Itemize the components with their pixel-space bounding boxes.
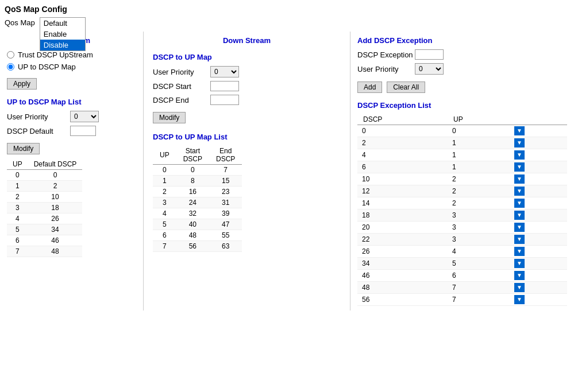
table-row: 61▼ [357, 161, 567, 173]
dscp-exception-list-table: DSCP UP 00▼21▼41▼61▼102▼122▼142▼183▼203▼… [357, 114, 567, 306]
dscp-col-header: DSCP [357, 114, 448, 125]
table-row: 426 [7, 214, 82, 224]
table-row: 318 [7, 203, 82, 214]
exception-dropdown-button[interactable]: ▼ [514, 235, 525, 244]
table-row: 122▼ [357, 185, 567, 197]
middle-panel: Down Stream DSCP to UP Map User Priority… [144, 32, 350, 311]
exception-dropdown-button[interactable]: ▼ [514, 138, 525, 148]
table-row: 102▼ [357, 173, 567, 185]
user-priority-label: User Priority [7, 112, 70, 121]
exception-dropdown-button[interactable]: ▼ [514, 223, 525, 232]
table-row: 007 [153, 165, 242, 176]
up-to-dscp-radio[interactable] [7, 63, 14, 71]
table-row: 142▼ [357, 197, 567, 209]
up-to-dscp-section: UP to DSCP Map List User Priority 0123 4… [7, 98, 136, 257]
table-row: 75663 [153, 241, 242, 252]
dscp-to-up-map-list-section: DSCP to UP Map List UP StartDSCP EndDSCP… [153, 133, 341, 252]
exception-dropdown-button[interactable]: ▼ [514, 162, 525, 172]
up-to-dscp-row: UP to DSCP Map [7, 63, 136, 71]
qos-map-option-default[interactable]: Default [40, 18, 85, 29]
qos-map-menu[interactable]: Default Enable Disable [40, 17, 86, 51]
table-row: 183▼ [357, 209, 567, 222]
clear-all-button[interactable]: Clear All [387, 81, 425, 93]
add-user-priority-select[interactable]: 0123 4567 [415, 63, 444, 75]
add-user-priority-row: User Priority 0123 4567 [357, 63, 567, 75]
table-row: 748 [7, 246, 82, 257]
table-row: 41▼ [357, 149, 567, 161]
table-row: 203▼ [357, 222, 567, 234]
table-row: 223▼ [357, 234, 567, 246]
dscp-exception-input[interactable]: 0 [415, 49, 444, 60]
up-col-header: UP [7, 159, 28, 170]
dscp-to-up-map-list-title: DSCP to UP Map List [153, 133, 341, 141]
dscp-to-up-map-title: DSCP to UP Map [153, 53, 341, 61]
up-to-dscp-label: UP to DSCP Map [18, 63, 76, 71]
user-priority-row: User Priority 0123 4567 [7, 111, 136, 122]
user-priority-select[interactable]: 0123 4567 [70, 111, 99, 122]
table-row: 21▼ [357, 137, 567, 149]
dscp-to-up-modify-button[interactable]: Modify [153, 112, 186, 123]
table-row: 21623 [153, 187, 242, 197]
trust-dscp-radio[interactable] [7, 51, 14, 59]
exception-dropdown-button[interactable]: ▼ [514, 211, 525, 220]
dscp-to-up-section: DSCP to UP Map User Priority 0123 4567 D… [153, 53, 341, 123]
dscp-end-input[interactable]: 0 [210, 95, 239, 105]
dscp-default-row: DSCP Default 0 [7, 126, 136, 136]
dscp-end-label: DSCP End [153, 96, 210, 104]
dscp-user-priority-row: User Priority 0123 4567 [153, 66, 341, 77]
up-to-dscp-list-title: UP to DSCP Map List [7, 98, 136, 106]
exception-dropdown-button[interactable]: ▼ [514, 187, 525, 196]
dscp-start-label: DSCP Start [153, 82, 210, 91]
trust-dscp-row: Trust DSCP UpStream [7, 51, 136, 59]
table-row: 567▼ [357, 294, 567, 306]
up-to-dscp-modify-button[interactable]: Modify [7, 143, 40, 154]
default-dscp-col-header: Default DSCP [28, 159, 83, 170]
exception-dropdown-button[interactable]: ▼ [514, 126, 525, 135]
table-row: 32431 [153, 197, 242, 208]
dscp-user-priority-label: User Priority [153, 68, 210, 76]
add-clear-btn-row: Add Clear All [357, 78, 567, 93]
up-to-dscp-table: UP Default DSCP 0012210318426534646748 [7, 159, 82, 257]
left-panel: Up Stream Trust DSCP UpStream UP to DSCP… [0, 32, 144, 311]
right-panel: Add DSCP Exception DSCP Exception 0 User… [350, 32, 574, 311]
add-button[interactable]: Add [357, 81, 382, 93]
action-col-header [510, 114, 567, 125]
table-row: 43239 [153, 208, 242, 219]
end-dscp-header: EndDSCP [209, 146, 242, 165]
dscp-to-up-map-list-table: UP StartDSCP EndDSCP 0071815216233243143… [153, 146, 242, 252]
table-row: 54047 [153, 219, 242, 230]
table-row: 345▼ [357, 258, 567, 270]
table-row: 466▼ [357, 270, 567, 282]
exception-dropdown-button[interactable]: ▼ [514, 174, 525, 184]
dscp-default-input[interactable]: 0 [70, 126, 96, 136]
table-row: 64855 [153, 230, 242, 241]
dscp-default-label: DSCP Default [7, 127, 70, 135]
downstream-title: Down Stream [153, 36, 341, 45]
table-row: 00▼ [357, 125, 567, 137]
exception-dropdown-button[interactable]: ▼ [514, 199, 525, 208]
table-row: 534 [7, 224, 82, 235]
exception-dropdown-button[interactable]: ▼ [514, 295, 525, 304]
table-row: 264▼ [357, 246, 567, 258]
trust-dscp-label: Trust DSCP UpStream [18, 51, 93, 59]
exception-dropdown-button[interactable]: ▼ [514, 247, 525, 256]
add-dscp-exception-title: Add DSCP Exception [357, 36, 567, 45]
table-row: 00 [7, 170, 82, 181]
exception-dropdown-button[interactable]: ▼ [514, 283, 525, 292]
exception-dropdown-button[interactable]: ▼ [514, 271, 525, 280]
dscp-exception-label: DSCP Exception [357, 51, 415, 59]
qos-map-option-enable[interactable]: Enable [40, 29, 85, 40]
page-title: QoS Map Config [5, 5, 574, 14]
table-row: 1815 [153, 176, 242, 187]
exception-dropdown-button[interactable]: ▼ [514, 150, 525, 160]
dscp-end-row: DSCP End 0 [153, 95, 341, 105]
apply-button[interactable]: Apply [7, 78, 37, 90]
dscp-start-input[interactable]: 0 [210, 81, 239, 91]
dscp-start-row: DSCP Start 0 [153, 81, 341, 91]
dscp-user-priority-select[interactable]: 0123 4567 [210, 66, 239, 77]
table-row: 487▼ [357, 282, 567, 294]
dscp-exception-list-section: DSCP Exception List DSCP UP 00▼21▼41▼61▼… [357, 101, 567, 306]
qos-map-option-disable[interactable]: Disable [40, 40, 85, 51]
exception-dropdown-button[interactable]: ▼ [514, 259, 525, 268]
dscp-exception-list-title: DSCP Exception List [357, 101, 567, 110]
